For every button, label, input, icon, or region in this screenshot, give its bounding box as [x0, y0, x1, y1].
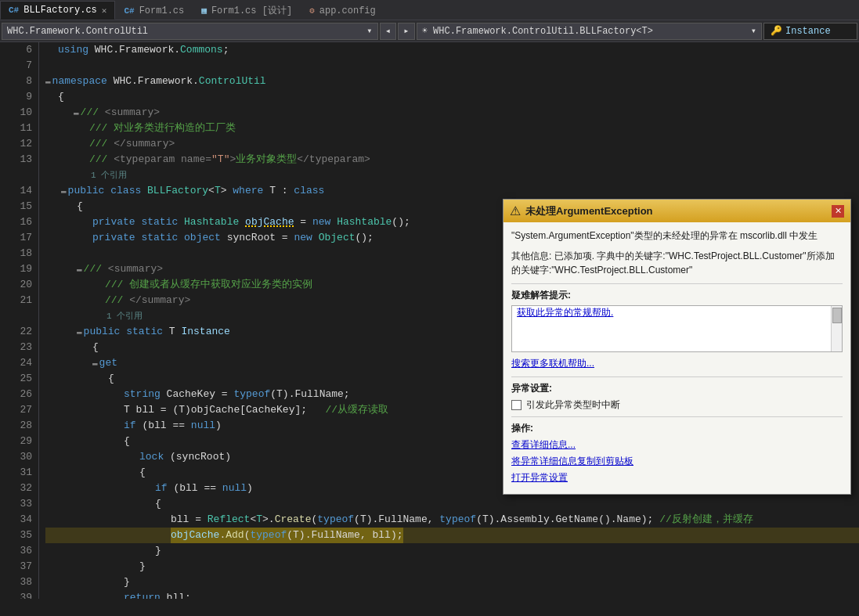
code-line-ref1: 1 个引用: [45, 168, 859, 183]
code-line-38: }: [45, 575, 859, 590]
cs-icon: C#: [9, 5, 19, 15]
nav-dropdown-right[interactable]: ☀ WHC.Framework.ControlUtil.BLLFactory<T…: [417, 23, 762, 40]
hint-box: 获取此异常的常规帮助.: [511, 305, 843, 352]
code-line-36: }: [45, 543, 859, 559]
popup-body: "System.ArgumentException"类型的未经处理的异常在 ms…: [503, 222, 850, 494]
checkbox-label: 引发此异常类型时中断: [526, 398, 620, 412]
action-open-settings[interactable]: 打开异常设置: [511, 471, 843, 485]
hint-scrollbar[interactable]: [831, 306, 842, 351]
tab-label: BLLFactory.cs: [23, 5, 97, 16]
code-line-8: ▬ namespace WHC.Framework.ControlUtil: [45, 74, 859, 89]
nav-forward-btn[interactable]: ▸: [398, 23, 415, 40]
tab-appconfig[interactable]: ⚙ app.config: [301, 1, 384, 20]
code-line-9: {: [45, 89, 859, 105]
nav-instance[interactable]: 🔑 Instance: [763, 23, 857, 40]
tab-close-btn[interactable]: ✕: [102, 5, 107, 16]
code-line-35: ➤ objCache.Add(typeof(T).FullName, bll);: [45, 528, 859, 543]
popup-title: 未处理ArgumentException: [525, 204, 653, 218]
tab-label4: app.config: [319, 5, 376, 16]
code-line-13: /// <typeparam name="T">业务对象类型</typepara…: [45, 152, 859, 168]
hint-section-title: 疑难解答提示:: [511, 289, 843, 302]
popup-other-info-text: 已添加项. 字典中的关键字:"WHC.TestProject.BLL.Custo…: [511, 250, 835, 276]
code-line-11: /// 对业务类进行构造的工厂类: [45, 121, 859, 136]
chevron-down-icon2: ▾: [751, 25, 756, 37]
search-link[interactable]: 搜索更多联机帮助...: [511, 357, 843, 370]
tab-label2: Form1.cs: [139, 5, 185, 16]
code-line-14: ▬ public class BLLFactory<T> where T : c…: [45, 183, 859, 199]
code-area: 6 7 8 9 10 11 12 13 14 15 16 17 18 19 20…: [0, 42, 859, 599]
code-line-12: /// </summary>: [45, 136, 859, 152]
design-icon: ▦: [201, 5, 207, 16]
nav-left-text: WHC.Framework.ControlUtil: [7, 26, 148, 37]
code-line-39: return bll;: [45, 590, 859, 599]
config-icon: ⚙: [309, 5, 315, 16]
nav-back-btn[interactable]: ◂: [380, 23, 397, 40]
hint-text-link[interactable]: 获取此异常的常规帮助.: [512, 305, 618, 321]
nav-dropdown-left[interactable]: WHC.Framework.ControlUtil ▾: [2, 23, 378, 40]
code-line-7: [45, 58, 859, 74]
nav-bar: WHC.Framework.ControlUtil ▾ ◂ ▸ ☀ WHC.Fr…: [0, 20, 859, 42]
divider3: [511, 416, 843, 417]
nav-right-text: Instance: [785, 26, 831, 37]
cs-icon2: C#: [124, 6, 134, 16]
code-line-34: bll = Reflect<T>.Create(typeof(T).FullNa…: [45, 512, 859, 528]
code-content[interactable]: using WHC.Framework.Commons; ▬ namespace…: [39, 42, 859, 599]
code-line-10: ▬ /// <summary>: [45, 105, 859, 121]
actions-title: 操作:: [511, 422, 843, 435]
nav-middle-text: ☀ WHC.Framework.ControlUtil.BLLFactory<T…: [422, 25, 653, 37]
collapse-24[interactable]: ▬: [92, 355, 98, 371]
collapse-14[interactable]: ▬: [61, 183, 67, 199]
key-icon: 🔑: [771, 25, 782, 37]
collapse-19[interactable]: ▬: [77, 261, 82, 277]
tab-bllFactory[interactable]: C# BLLFactory.cs ✕: [0, 1, 115, 20]
error-popup: ⚠ 未处理ArgumentException ✕ "System.Argumen…: [503, 199, 851, 495]
popup-close-btn[interactable]: ✕: [832, 205, 844, 218]
scrollbar-thumb: [832, 308, 842, 323]
exception-checkbox-row: 引发此异常类型时中断: [511, 398, 843, 412]
code-line-37: }: [45, 559, 859, 575]
popup-other-info: 其他信息: 已添加项. 字典中的关键字:"WHC.TestProject.BLL…: [511, 249, 843, 277]
code-line-6: using WHC.Framework.Commons;: [45, 42, 859, 58]
collapse-8[interactable]: ▬: [45, 74, 51, 89]
popup-error-message: "System.ArgumentException"类型的未经处理的异常在 ms…: [511, 229, 843, 243]
divider1: [511, 283, 843, 284]
tab-form1[interactable]: C# Form1.cs: [115, 1, 193, 20]
popup-title-bar: ⚠ 未处理ArgumentException ✕: [503, 200, 850, 222]
chevron-down-icon: ▾: [366, 25, 372, 37]
tab-bar: C# BLLFactory.cs ✕ C# Form1.cs ▦ Form1.c…: [0, 0, 859, 20]
exception-checkbox[interactable]: [511, 400, 522, 410]
collapse-22[interactable]: ▬: [77, 324, 82, 340]
tab-label3: Form1.cs [设计]: [211, 4, 292, 17]
collapse-10[interactable]: ▬: [74, 105, 79, 121]
divider2: [511, 376, 843, 377]
code-line-33: {: [45, 496, 859, 512]
action-view-details[interactable]: 查看详细信息...: [511, 438, 843, 452]
tab-form1-design[interactable]: ▦ Form1.cs [设计]: [193, 1, 301, 20]
exception-settings-title: 异常设置:: [511, 382, 843, 395]
warning-icon: ⚠: [510, 204, 521, 218]
action-copy-details[interactable]: 将异常详细信息复制到剪贴板: [511, 455, 843, 468]
popup-other-info-label: 其他信息:: [511, 250, 551, 261]
line-numbers: 6 7 8 9 10 11 12 13 14 15 16 17 18 19 20…: [0, 42, 39, 599]
